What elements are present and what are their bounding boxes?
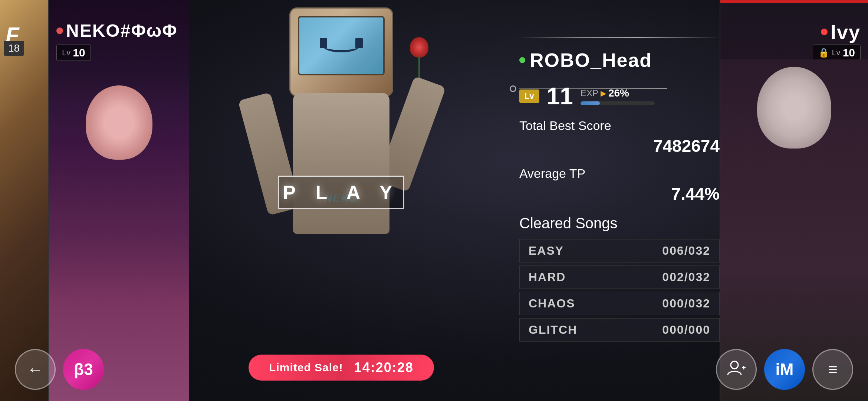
level-badge-left-far: 18 (4, 41, 24, 56)
char-panel-neko[interactable]: NEKO#ΦωΦ Lv 10 (48, 0, 189, 401)
im-icon: iM (776, 360, 794, 379)
status-dot-neko (56, 27, 63, 34)
rose-bloom (410, 37, 428, 58)
robot-body (293, 93, 389, 234)
count-hard: 002/032 (662, 270, 710, 284)
status-dot-ivy (821, 29, 828, 35)
char-panel-left-far[interactable]: 18 (0, 0, 48, 401)
rose (408, 37, 430, 82)
level-badge-ivy: 🔒 Lv 10 (813, 45, 861, 61)
nav-right: iM ≡ (716, 349, 853, 390)
im-button[interactable]: iM (764, 349, 805, 390)
cleared-songs-title: Cleared Songs (519, 215, 720, 232)
char-right-top-bar (720, 0, 868, 3)
lv-label-neko: Lv (62, 48, 70, 58)
difficulty-chaos: CHAOS (529, 297, 581, 310)
level-exp-row: Lv 11 EXP ▶ 26% (519, 84, 720, 108)
connection-dot (510, 85, 516, 92)
level-badge-neko: Lv 10 (56, 45, 91, 61)
difficulty-hard: HARD (529, 270, 581, 284)
limited-sale-timer: 14:20:28 (354, 360, 414, 375)
limited-sale-label: Limited Sale! (269, 361, 343, 374)
screen-eye-left (320, 38, 327, 48)
lock-icon-ivy: 🔒 (818, 48, 829, 58)
difficulty-glitch: GLITCH (529, 323, 581, 337)
level-number-left-far: 18 (8, 42, 20, 54)
total-best-score-label: Total Best Score (519, 118, 720, 133)
level-number: 11 (547, 84, 573, 108)
count-glitch: 000/000 (662, 323, 710, 337)
center-panel: P L A Y Limited Sale! 14:20:28 (189, 0, 493, 401)
stats-panel: ROBO_Head Lv 11 EXP ▶ 26% Total Best Sco… (519, 37, 720, 345)
char-panel-ivy[interactable]: Ivy 🔒 Lv 10 (720, 0, 868, 401)
cleared-row-easy: EASY 006/032 (519, 239, 720, 263)
cleared-row-chaos: CHAOS 000/032 (519, 292, 720, 315)
back-icon: ← (27, 360, 43, 379)
exp-percentage: 26% (608, 87, 629, 99)
add-user-button[interactable] (716, 349, 757, 390)
play-button-label: P L A Y (283, 181, 400, 203)
screen-eye-right (355, 38, 363, 48)
exp-arrow: ▶ (601, 89, 606, 98)
menu-button[interactable]: ≡ (812, 349, 853, 390)
stats-char-dot (519, 57, 525, 63)
lv-num-neko: 10 (73, 46, 85, 59)
back-button[interactable]: ← (15, 349, 56, 390)
char-name-text-ivy: Ivy (831, 20, 861, 43)
lv-num-ivy: 10 (843, 46, 855, 59)
play-button[interactable]: P L A Y (278, 176, 404, 209)
cleared-row-hard: HARD 002/032 (519, 265, 720, 289)
exp-section: EXP ▶ 26% (581, 87, 655, 105)
char-illustration-neko (49, 74, 189, 401)
lv-label-ivy: Lv (832, 48, 840, 58)
exp-label: EXP ▶ 26% (581, 87, 655, 99)
char-name-neko: NEKO#ΦωΦ (56, 20, 178, 41)
exp-bar (581, 101, 655, 105)
char-name-text-neko: NEKO#ΦωΦ (66, 20, 178, 41)
b3-button[interactable]: β3 (63, 349, 104, 390)
average-tp-label: Average TP (519, 166, 720, 181)
total-best-score-value: 7482674 (519, 136, 720, 156)
count-chaos: 000/032 (662, 297, 710, 310)
b3-icon: β3 (74, 360, 93, 379)
robot-screen (298, 16, 385, 75)
limited-sale-bar[interactable]: Limited Sale! 14:20:28 (249, 355, 434, 381)
exp-label-text: EXP (581, 88, 598, 98)
cleared-row-glitch: GLITCH 000/000 (519, 318, 720, 342)
menu-icon: ≡ (828, 360, 838, 379)
robot-head (289, 7, 393, 97)
average-tp-value: 7.44% (519, 184, 720, 204)
stats-char-name-text: ROBO_Head (530, 49, 652, 71)
add-user-icon (727, 358, 746, 381)
svg-point-0 (731, 361, 738, 369)
difficulty-easy: EASY (529, 244, 581, 258)
stats-divider (519, 37, 720, 38)
exp-bar-fill (581, 101, 600, 105)
level-label-box: Lv (519, 89, 539, 103)
count-easy: 006/032 (662, 244, 710, 258)
robot-illustration (230, 7, 453, 323)
stats-char-name: ROBO_Head (519, 49, 720, 71)
char-name-ivy: Ivy (821, 20, 861, 43)
